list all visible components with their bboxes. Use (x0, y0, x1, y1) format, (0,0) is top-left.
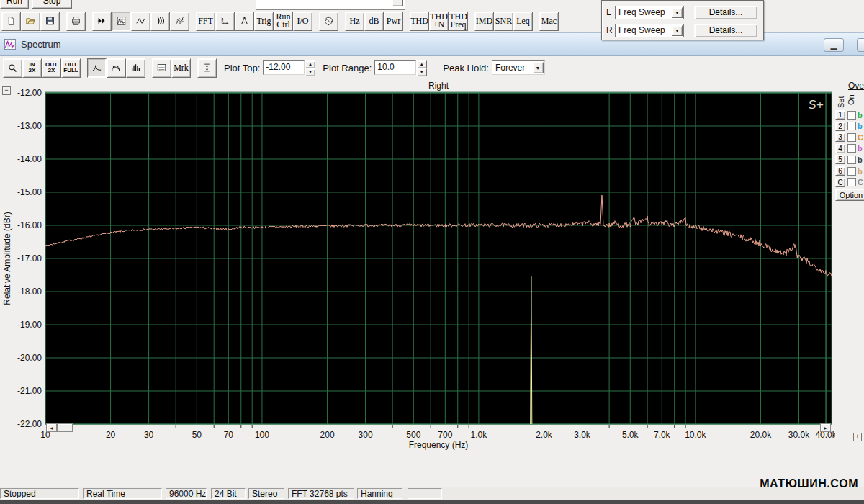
overlay-label: b (858, 167, 863, 176)
overlay-options-button[interactable]: Option (835, 189, 864, 201)
partial-input-button[interactable] (392, 0, 403, 6)
signal-generator-button[interactable] (319, 12, 338, 31)
plot-top-label: Plot Top: (224, 63, 260, 73)
macros-button[interactable]: Mac (539, 12, 559, 31)
overlay-set-button[interactable]: 5 (835, 155, 845, 164)
bar-plot-mode-button[interactable] (126, 58, 145, 78)
frequency-counter-button[interactable]: Hz (345, 12, 364, 31)
stop-button[interactable]: Stop (32, 0, 72, 9)
hscroll-left-arrow[interactable]: ◄ (46, 423, 57, 432)
overlay-on-checkbox[interactable] (847, 111, 856, 120)
x-tick-label: 7.0k (654, 430, 671, 440)
zoom-out-2x-button[interactable]: OUT 2X (42, 58, 61, 78)
calibration-button[interactable] (235, 12, 254, 31)
spectrum-plot-canvas[interactable]: -12.00-13.00-14.00-15.00-16.00-17.00-18.… (0, 79, 835, 455)
hscroll-right-arrow[interactable]: ► (820, 423, 831, 432)
overlay-on-checkbox[interactable] (847, 122, 856, 130)
overlay-set-button[interactable]: 1 (835, 110, 845, 120)
status-cell: 24 Bit (211, 488, 246, 499)
overlay-on-checkbox[interactable] (847, 133, 856, 142)
right-details-button[interactable]: Details... (694, 24, 757, 37)
partial-input[interactable] (256, 0, 405, 10)
overlay-on-checkbox[interactable] (847, 178, 856, 186)
steps-icon (112, 62, 121, 73)
x-tick-label: 100 (255, 430, 269, 440)
y-tick-label: -18.00 (17, 287, 42, 297)
thd-n-button[interactable]: THD +N (429, 12, 449, 31)
overlay-set-button[interactable]: 3 (835, 132, 845, 142)
overlay-row: 3C (835, 132, 863, 143)
power-meter-button[interactable]: Pwr (384, 12, 403, 31)
right-waveform-dropdown[interactable]: Freq Sweep ▼ (615, 24, 684, 37)
left-waveform-dropdown[interactable]: Freq Sweep ▼ (615, 6, 684, 19)
print-button[interactable] (66, 12, 86, 31)
spin-down-icon[interactable]: ▼ (305, 68, 315, 76)
run-button[interactable]: Run (0, 0, 29, 9)
surface-view-button[interactable] (170, 12, 189, 31)
x-axis-label: Frequency (Hz) (409, 440, 469, 450)
status-cell: FFT 32768 pts (288, 488, 354, 499)
spectrum-view-button[interactable] (112, 12, 131, 31)
spin-up-icon[interactable]: ▲ (416, 60, 427, 68)
thd-button[interactable]: THD (410, 12, 429, 31)
left-details-button[interactable]: Details... (694, 6, 757, 19)
overlay-on-checkbox[interactable] (847, 156, 856, 164)
scaling-button[interactable] (215, 12, 235, 31)
plot-range-spinner[interactable]: ▲▼ (416, 60, 427, 75)
snr-button[interactable]: SNR (494, 12, 513, 31)
time-series-view-button[interactable] (131, 12, 150, 31)
hscroll-thumb[interactable] (57, 423, 73, 432)
generator-right-row: R Freq Sweep ▼ Details... (606, 23, 757, 37)
marker-button[interactable]: Mrk (171, 58, 191, 78)
minimize-button[interactable]: ▬ (824, 38, 844, 52)
leq-button[interactable]: Leq (513, 12, 533, 31)
triggering-button[interactable]: Trig (254, 12, 274, 31)
save-file-button[interactable] (40, 12, 60, 31)
plot-top-input[interactable]: -12.00 (263, 60, 305, 75)
zoom-button[interactable] (3, 58, 22, 78)
maximize-button[interactable] (857, 38, 864, 52)
on-column-label: On (847, 94, 855, 105)
imd-button[interactable]: IMD (474, 12, 494, 31)
overlay-set-button[interactable]: 2 (835, 122, 845, 131)
plot-range-input[interactable]: 10.0 (374, 60, 416, 75)
step-plot-mode-button[interactable] (107, 58, 126, 78)
plot-options-button[interactable] (152, 58, 171, 78)
overlay-on-checkbox[interactable] (847, 167, 856, 176)
spin-up-icon[interactable]: ▲ (305, 60, 315, 68)
dropdown-arrow-icon[interactable]: ▼ (532, 62, 544, 73)
collapse-plot-icon[interactable]: − (2, 86, 11, 95)
right-waveform-value: Freq Sweep (618, 25, 665, 35)
plot-top-spinner[interactable]: ▲▼ (305, 60, 315, 75)
line-plot-mode-button[interactable] (87, 58, 107, 78)
spin-down-icon[interactable]: ▼ (416, 68, 427, 76)
real-time-mode-button[interactable] (92, 12, 112, 31)
db-meter-button[interactable]: dB (364, 12, 384, 31)
plot-range-label: Plot Range: (323, 63, 372, 73)
overlay-on-checkbox[interactable] (847, 144, 856, 153)
status-cell: 96000 Hz (166, 488, 207, 499)
dropdown-arrow-icon[interactable]: ▼ (672, 25, 683, 36)
peak-hold-dropdown[interactable]: Forever ▼ (492, 60, 545, 75)
fft-settings-button[interactable]: FFT (196, 12, 215, 31)
overlay-set-button[interactable]: 6 (835, 166, 845, 176)
overlay-set-button[interactable]: 4 (835, 144, 845, 153)
y-tick-label: -13.00 (17, 121, 42, 131)
new-file-button[interactable] (1, 12, 21, 31)
io-device-button[interactable]: I/O (293, 12, 312, 31)
left-waveform-value: Freq Sweep (618, 7, 665, 17)
run-control-button[interactable]: Run Ctrl (274, 12, 293, 31)
overlay-set-button[interactable]: C (835, 178, 845, 187)
open-file-button[interactable] (21, 12, 40, 31)
overlay-label: C (858, 133, 863, 142)
zoom-out-full-button[interactable]: OUT FULL (61, 58, 81, 78)
y-scale-button[interactable] (197, 58, 217, 78)
spectrogram-view-button[interactable] (150, 12, 170, 31)
dropdown-arrow-icon[interactable]: ▼ (672, 7, 683, 18)
overlay-row: 5b (835, 154, 863, 165)
zoom-in-2x-button[interactable]: IN 2X (22, 58, 42, 78)
thd-freq-button[interactable]: THD Freq (449, 12, 468, 31)
x-tick-label: 20 (106, 430, 116, 440)
x-tick-label: 700 (438, 430, 452, 440)
expand-plot-icon[interactable]: + (853, 433, 862, 441)
